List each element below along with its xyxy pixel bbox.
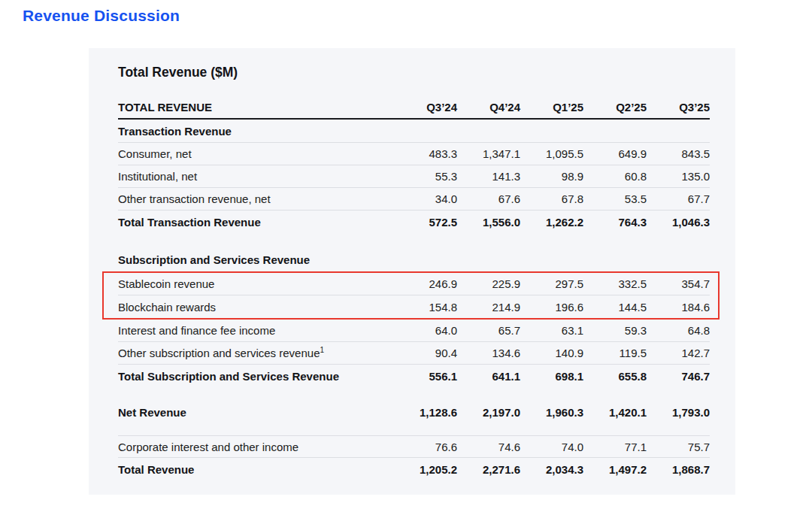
cell-value: 556.1 [394, 370, 457, 383]
cell-value: 1,556.0 [457, 216, 520, 229]
cell-value: 60.8 [583, 170, 647, 183]
cell-value: 142.7 [647, 347, 710, 359]
cell-value: 764.3 [583, 216, 647, 229]
cell-value: 655.8 [583, 370, 647, 383]
cell-value: 2,197.0 [457, 406, 520, 419]
row-spacer [118, 423, 710, 435]
column-header: Q3’24 [394, 101, 457, 114]
cell-value: 55.3 [394, 170, 457, 183]
cell-value: 1,793.0 [647, 406, 710, 419]
table-row: Other subscription and services revenue1… [118, 342, 710, 365]
cell-value: 1,347.1 [457, 147, 520, 160]
cell-value: 77.1 [583, 441, 647, 453]
cell-value: 184.6 [647, 301, 710, 314]
cell-value: 572.5 [394, 216, 457, 229]
cell-value: 1,420.1 [583, 406, 647, 419]
cell-value: 225.9 [457, 277, 520, 290]
cell-value: 214.9 [457, 301, 520, 314]
highlight-box: Stablecoin revenue246.9225.9297.5332.535… [102, 271, 720, 320]
cell-value: 53.5 [583, 192, 647, 205]
page: Revenue Discussion Total Revenue ($M) TO… [0, 0, 812, 515]
row-label: Corporate interest and other income [118, 441, 394, 453]
table-row: Corporate interest and other income76.67… [118, 435, 710, 458]
column-header: Q2’25 [583, 101, 647, 114]
cell-value: 1,046.3 [647, 216, 710, 229]
row-label: Stablecoin revenue [118, 277, 394, 290]
cell-value: 140.9 [520, 347, 583, 359]
cell-value: 698.1 [520, 370, 583, 383]
row-label: Other transaction revenue, net [118, 192, 394, 205]
table-body: Transaction RevenueConsumer, net483.31,3… [118, 120, 710, 480]
cell-value: 134.6 [457, 347, 520, 359]
cell-value: 2,271.6 [457, 463, 520, 476]
row-label: Total Transaction Revenue [118, 216, 394, 229]
cell-value: 67.7 [647, 192, 710, 205]
cell-value: 297.5 [520, 277, 583, 290]
table-row: Blockchain rewards154.8214.9196.6144.518… [118, 295, 710, 318]
cell-value: 98.9 [520, 170, 583, 183]
cell-value: 1,262.2 [520, 216, 583, 229]
cell-value: 1,960.3 [520, 406, 583, 419]
column-header: Q3’25 [647, 101, 710, 114]
table-row: Other transaction revenue, net34.067.667… [118, 188, 710, 211]
cell-value: 1,497.2 [583, 463, 647, 476]
row-label: Transaction Revenue [118, 125, 710, 138]
row-label: Institutional, net [118, 170, 394, 183]
column-header: Q4’24 [457, 101, 520, 114]
cell-value: 64.0 [394, 324, 457, 337]
cell-value: 1,128.6 [394, 406, 457, 419]
row-label: Total Revenue [118, 463, 394, 476]
footnote-marker: 1 [320, 346, 324, 354]
cell-value: 1,205.2 [394, 463, 457, 476]
cell-value: 144.5 [583, 301, 647, 314]
cell-value: 141.3 [457, 170, 520, 183]
cell-value: 59.3 [583, 324, 647, 337]
table-header-label: TOTAL REVENUE [118, 101, 394, 114]
column-header: Q1’25 [520, 101, 583, 114]
page-title: Revenue Discussion [23, 7, 180, 25]
row-label: Total Subscription and Services Revenue [118, 370, 394, 383]
cell-value: 746.7 [647, 370, 710, 383]
cell-value: 1,868.7 [647, 463, 710, 476]
cell-value: 246.9 [394, 277, 457, 290]
revenue-table-card: Total Revenue ($M) TOTAL REVENUE Q3’24Q4… [89, 48, 735, 495]
cell-value: 483.3 [394, 147, 457, 160]
row-spacer [118, 233, 710, 248]
table-row: Net Revenue1,128.62,197.01,960.31,420.11… [118, 401, 710, 423]
cell-value: 196.6 [520, 301, 583, 314]
row-label: Net Revenue [118, 406, 394, 419]
row-label: Other subscription and services revenue1 [118, 347, 394, 359]
table-row: Transaction Revenue [118, 120, 710, 143]
table-row: Interest and finance fee income64.065.76… [118, 320, 710, 342]
cell-value: 76.6 [394, 441, 457, 453]
cell-value: 75.7 [647, 441, 710, 453]
table-row: Consumer, net483.31,347.11,095.5649.9843… [118, 143, 710, 165]
table-row: Institutional, net55.3141.398.960.8135.0 [118, 165, 710, 188]
cell-value: 34.0 [394, 192, 457, 205]
table-row: Total Transaction Revenue572.51,556.01,2… [118, 211, 710, 233]
cell-value: 90.4 [394, 347, 457, 359]
row-label: Interest and finance fee income [118, 324, 394, 337]
cell-value: 2,034.3 [520, 463, 583, 476]
cell-value: 649.9 [583, 147, 647, 160]
table-row: Stablecoin revenue246.9225.9297.5332.535… [118, 273, 710, 295]
table-title: Total Revenue ($M) [118, 65, 710, 80]
cell-value: 67.8 [520, 192, 583, 205]
row-label: Consumer, net [118, 147, 394, 160]
cell-value: 641.1 [457, 370, 520, 383]
table-row: Subscription and Services Revenue [118, 248, 710, 271]
row-label: Blockchain rewards [118, 301, 394, 314]
table-row: Total Revenue1,205.22,271.62,034.31,497.… [118, 458, 710, 480]
row-spacer [118, 387, 710, 401]
table-header-row: TOTAL REVENUE Q3’24Q4’24Q1’25Q2’25Q3’25 [118, 96, 710, 120]
cell-value: 64.8 [647, 324, 710, 337]
cell-value: 135.0 [647, 170, 710, 183]
table-row: Total Subscription and Services Revenue5… [118, 365, 710, 387]
cell-value: 67.6 [457, 192, 520, 205]
cell-value: 74.0 [520, 441, 583, 453]
cell-value: 74.6 [457, 441, 520, 453]
cell-value: 63.1 [520, 324, 583, 337]
row-label: Subscription and Services Revenue [118, 253, 710, 266]
cell-value: 119.5 [583, 347, 647, 359]
cell-value: 843.5 [647, 147, 710, 160]
